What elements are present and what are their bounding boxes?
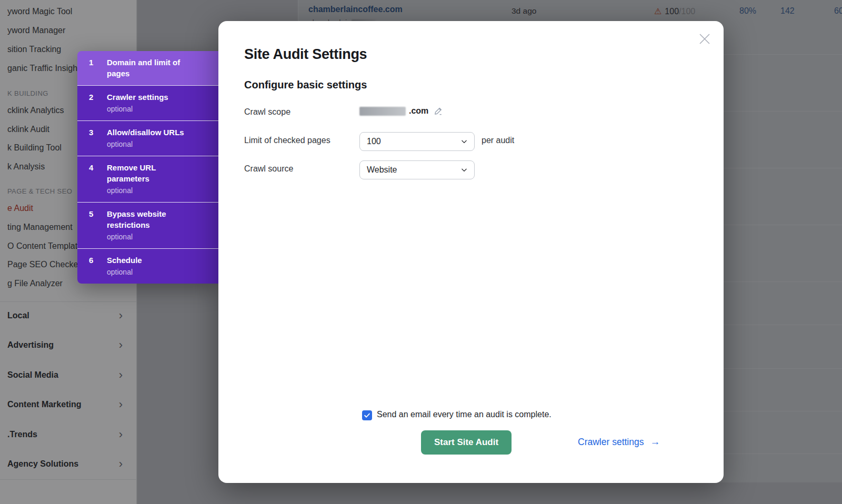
- section-title: Configure basic settings: [244, 79, 367, 91]
- arrow-right-icon: →: [650, 436, 660, 448]
- chevron-down-icon: [460, 138, 468, 145]
- crawl-source-label: Crawl source: [244, 164, 293, 174]
- site-audit-settings-modal: Site Audit Settings Configure basic sett…: [218, 21, 724, 483]
- crawler-settings-link[interactable]: Crawler settings →: [578, 436, 660, 448]
- step-crawler-settings[interactable]: 2 Crawler settings optional: [77, 85, 218, 120]
- site-audit-settings-screen: yword Magic Tool yword Manager sition Tr…: [0, 0, 842, 504]
- modal-title: Site Audit Settings: [244, 46, 367, 63]
- settings-stepper: 1 Domain and limit of pages 2 Crawler se…: [77, 51, 218, 284]
- step-remove-url-parameters[interactable]: 4 Remove URL parameters optional: [77, 156, 218, 202]
- crawl-scope-label: Crawl scope: [244, 107, 290, 117]
- email-checkbox-label: Send an email every time an audit is com…: [377, 410, 552, 419]
- start-site-audit-button[interactable]: Start Site Audit: [421, 430, 512, 455]
- limit-of-checked-pages-select[interactable]: 100: [359, 132, 475, 151]
- crawl-source-select[interactable]: Website: [359, 160, 475, 179]
- crawl-source-select-wrap: Website: [359, 160, 475, 179]
- chevron-down-icon: [460, 166, 468, 174]
- per-audit-label: per audit: [482, 136, 514, 145]
- crawl-scope-value: .com: [359, 106, 443, 116]
- step-allow-disallow-urls[interactable]: 3 Allow/disallow URLs optional: [77, 120, 218, 156]
- limit-select-wrap: 100: [359, 132, 475, 151]
- email-checkbox[interactable]: [362, 410, 372, 420]
- step-domain-and-limit[interactable]: 1 Domain and limit of pages: [77, 51, 218, 85]
- blurred-domain: [359, 107, 406, 116]
- close-icon[interactable]: [697, 32, 712, 46]
- step-bypass-website-restrictions[interactable]: 5 Bypass website restrictions optional: [77, 202, 218, 248]
- limit-of-checked-pages-label: Limit of checked pages: [244, 136, 330, 145]
- edit-icon[interactable]: [434, 106, 443, 116]
- step-schedule[interactable]: 6 Schedule optional: [77, 248, 218, 284]
